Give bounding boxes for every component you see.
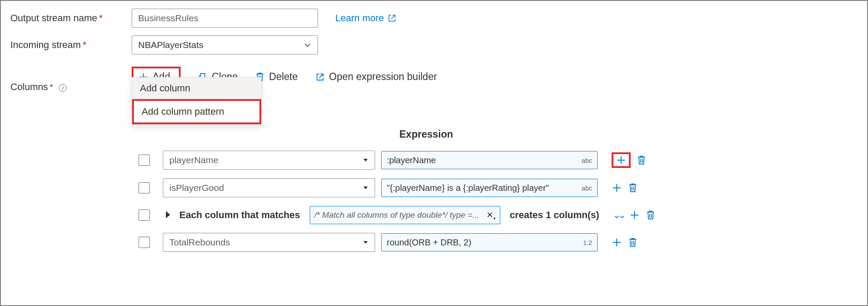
column-name-select[interactable]: playerName (163, 151, 375, 170)
column-row: playerName :playerName abc (132, 146, 677, 174)
learn-more-text: Learn more (335, 13, 384, 24)
add-column-pattern-menu-item[interactable]: Add column pattern (132, 99, 261, 124)
delete-button-label: Delete (269, 71, 298, 83)
output-stream-row: Output stream name* Learn more (10, 9, 858, 28)
expression-input[interactable]: round(ORB + DRB, 2) 1.2 (381, 233, 598, 251)
row-actions (612, 152, 646, 168)
caret-down-icon (363, 239, 369, 245)
delete-row-button[interactable] (628, 237, 638, 248)
chevron-double-down-icon[interactable]: ⌄⌄ (613, 209, 623, 221)
column-row: TotalRebounds round(ORB + DRB, 2) 1.2 (132, 229, 677, 256)
columns-label-area: Columns* i (10, 81, 67, 93)
triangle-right-icon (166, 211, 170, 218)
caret-down-icon (363, 185, 369, 191)
expression-input[interactable]: "{:playerName} is a {:playerRating} play… (381, 179, 598, 197)
pattern-prefix-label: Each column that matches (179, 209, 300, 221)
column-name-select[interactable]: isPlayerGood (163, 178, 375, 197)
incoming-stream-value: NBAPlayerStats (138, 40, 204, 50)
add-column-menu-item[interactable]: Add column (132, 77, 261, 99)
add-dropdown: Add column Add column pattern (132, 77, 262, 125)
type-badge: abc (582, 184, 592, 192)
external-link-icon (388, 14, 396, 23)
caret-down-icon (363, 157, 369, 163)
row-actions (612, 183, 638, 193)
incoming-stream-select[interactable]: NBAPlayerStats (132, 35, 318, 55)
incoming-stream-row: Incoming stream* NBAPlayerStats (10, 35, 858, 55)
row-checkbox[interactable] (139, 182, 150, 193)
add-row-button[interactable] (629, 210, 640, 220)
expression-text: round(ORB + DRB, 2) (387, 238, 471, 248)
column-row: isPlayerGood "{:playerName} is a {:playe… (132, 174, 677, 202)
delete-row-button[interactable] (637, 155, 646, 165)
add-row-button[interactable] (612, 152, 631, 168)
info-icon[interactable]: i (59, 84, 67, 92)
columns-grid: Expression playerName :playerName abc (132, 129, 677, 256)
external-link-icon (315, 72, 325, 82)
row-actions: ⌄⌄ (613, 209, 655, 221)
column-pattern-row: Each column that matches /* Match all co… (132, 202, 677, 229)
delete-row-button[interactable] (646, 210, 655, 220)
row-checkbox[interactable] (139, 237, 150, 248)
row-actions (612, 237, 638, 248)
required-asterisk: * (83, 39, 87, 50)
learn-more-link[interactable]: Learn more (335, 13, 396, 24)
clear-icon[interactable]: ✕▾ (486, 210, 496, 221)
type-badge: 1.2 (583, 239, 592, 246)
expression-text: :playerName (387, 155, 436, 165)
column-name-value: playerName (169, 155, 218, 165)
expression-input[interactable]: :playerName abc (381, 151, 598, 169)
column-name-value: isPlayerGood (169, 183, 224, 193)
output-stream-label: Output stream name* (10, 13, 132, 24)
pattern-expression-input[interactable]: /* Match all columns of type double*/ ty… (310, 206, 500, 224)
open-builder-label: Open expression builder (329, 71, 437, 83)
required-asterisk: * (99, 13, 103, 23)
pattern-expression-text: /* Match all columns of type double*/ ty… (314, 210, 479, 220)
expression-text: "{:playerName} is a {:playerRating} play… (387, 183, 549, 193)
expression-header-label: Expression (399, 129, 453, 140)
delete-row-button[interactable] (628, 183, 638, 193)
output-stream-label-text: Output stream name (10, 13, 97, 23)
expand-toggle[interactable] (163, 210, 173, 220)
chevron-down-icon (304, 41, 311, 49)
columns-header: Expression (132, 129, 677, 140)
columns-label: Columns (10, 81, 48, 92)
pattern-suffix-label: creates 1 column(s) (510, 209, 599, 221)
required-asterisk: * (50, 82, 53, 92)
type-badge: abc (582, 157, 592, 164)
incoming-stream-label: Incoming stream* (10, 39, 132, 51)
column-name-select[interactable]: TotalRebounds (163, 233, 375, 252)
add-row-button[interactable] (612, 237, 622, 248)
row-checkbox[interactable] (139, 155, 150, 166)
row-checkbox[interactable] (139, 209, 150, 221)
column-name-value: TotalRebounds (169, 237, 230, 248)
settings-panel: Output stream name* Learn more Incoming … (0, 0, 868, 306)
incoming-stream-label-text: Incoming stream (10, 39, 81, 50)
add-row-button[interactable] (612, 183, 622, 193)
output-stream-input[interactable] (132, 9, 318, 28)
open-expression-builder-button[interactable]: Open expression builder (315, 71, 437, 83)
